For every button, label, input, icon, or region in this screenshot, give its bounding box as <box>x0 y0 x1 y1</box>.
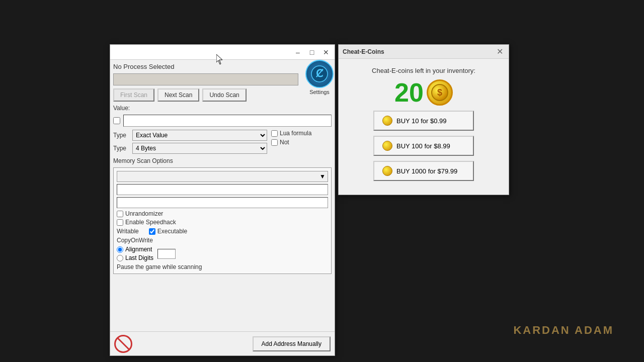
alignment-input[interactable]: 4 <box>157 249 176 259</box>
alignment-radio-group: Alignment Last Digits <box>117 246 153 261</box>
logo-circle: Ȼ <box>305 60 334 88</box>
buy-100-button[interactable]: BUY 100 for $8.99 <box>373 136 474 156</box>
right-checkbox-col: Lua formula Not <box>271 130 332 146</box>
value-input-row <box>113 115 332 127</box>
value-label: Value: <box>113 105 133 112</box>
scan-type-row: Type Exact Value <box>113 130 267 141</box>
process-input-row <box>113 73 332 85</box>
add-address-button[interactable]: Add Address Manually <box>253 336 331 351</box>
copyonwrite-row: CopyOnWrite <box>117 237 328 244</box>
value-checkbox[interactable] <box>113 117 120 124</box>
maximize-button[interactable]: □ <box>305 47 318 58</box>
mem-check-options-row: Unrandomizer Enable Speedhack <box>117 210 328 226</box>
value-type-label: Type <box>113 145 128 152</box>
pause-label: Pause the game while scanning <box>117 263 202 270</box>
mem-write-exec-row: Writable Executable <box>117 228 328 235</box>
speedhack-checkbox[interactable] <box>117 219 123 226</box>
type-options-section: Type Exact Value Type 4 Bytes Lua formul… <box>113 130 332 154</box>
copyonwrite-label: CopyOnWrite <box>117 237 153 244</box>
executable-row: Executable <box>149 228 187 235</box>
chevron-down-icon: ▼ <box>319 173 326 180</box>
address-start-input[interactable]: 0000000000000000 <box>117 184 328 195</box>
process-label: No Process Selected <box>113 63 332 70</box>
left-check-group: Unrandomizer Enable Speedhack <box>117 210 176 226</box>
memory-options-box: ▼ 0000000000000000 00007fffffffffff Unra… <box>113 167 332 274</box>
last-digits-label: Last Digits <box>125 254 153 261</box>
coins-close-button[interactable]: ✕ <box>495 47 505 56</box>
ce-main-window: – □ ✕ Ȼ Settings No Process Selected Fir… <box>110 44 335 356</box>
coins-amount-row: 20 $ <box>394 79 453 106</box>
svg-text:Ȼ: Ȼ <box>315 68 324 79</box>
settings-label: Settings <box>309 89 330 95</box>
writable-row: Writable <box>117 228 139 235</box>
minimize-button[interactable]: – <box>291 47 304 58</box>
pause-row: Pause the game while scanning <box>117 263 328 270</box>
svg-text:$: $ <box>437 87 442 98</box>
lua-formula-checkbox[interactable] <box>271 130 278 137</box>
coins-titlebar: Cheat-E-Coins ✕ <box>339 45 509 59</box>
lua-formula-label: Lua formula <box>280 130 311 137</box>
not-label: Not <box>280 139 289 146</box>
close-button[interactable]: ✕ <box>319 47 333 58</box>
first-scan-button[interactable]: First Scan <box>113 88 154 102</box>
next-scan-button[interactable]: Next Scan <box>157 88 199 102</box>
ce-titlebar: – □ ✕ <box>110 45 335 60</box>
buy-coin-icon-2 <box>382 141 392 151</box>
coin-icon: $ <box>427 79 453 106</box>
unrandomizer-label: Unrandomizer <box>125 210 163 217</box>
alignment-row: Alignment Last Digits 4 <box>117 246 328 261</box>
alignment-radio[interactable] <box>117 246 123 253</box>
last-digits-radio-row: Last Digits <box>117 254 153 261</box>
alignment-radio-label: Alignment <box>125 246 152 253</box>
buy-100-label: BUY 100 for $8.99 <box>396 142 450 150</box>
speedhack-row: Enable Speedhack <box>117 219 176 226</box>
logo-badge[interactable]: Ȼ Settings <box>304 60 335 100</box>
no-process-icon <box>114 335 132 353</box>
unrandomizer-checkbox[interactable] <box>117 211 123 217</box>
watermark: KARDAN ADAM <box>513 324 614 337</box>
alignment-radio-row: Alignment <box>117 246 153 253</box>
address-end-input[interactable]: 00007fffffffffff <box>117 197 328 208</box>
process-row: No Process Selected <box>113 63 332 70</box>
coins-title: Cheat-E-Coins <box>343 48 384 55</box>
memory-dropdown[interactable]: ▼ <box>117 171 328 182</box>
ce-body: No Process Selected First Scan Next Scan… <box>110 60 335 277</box>
scan-type-label: Type <box>113 132 128 139</box>
buy-coin-icon-3 <box>382 166 392 176</box>
coins-window: Cheat-E-Coins ✕ Cheat-E-coins left in yo… <box>338 44 509 195</box>
lua-formula-row: Lua formula <box>271 130 332 137</box>
undo-scan-button[interactable]: Undo Scan <box>202 88 246 102</box>
buy-coin-icon-1 <box>382 116 392 126</box>
coins-amount: 20 <box>394 79 424 106</box>
left-type-col: Type Exact Value Type 4 Bytes <box>113 130 267 154</box>
executable-label: Executable <box>157 228 187 235</box>
bottom-bar: Add Address Manually <box>110 331 335 355</box>
not-row: Not <box>271 139 332 146</box>
buy-10-button[interactable]: BUY 10 for $0.99 <box>373 111 474 131</box>
buy-1000-button[interactable]: BUY 1000 for $79.99 <box>373 161 474 181</box>
not-checkbox[interactable] <box>271 139 278 146</box>
scan-buttons-row: First Scan Next Scan Undo Scan <box>113 88 332 102</box>
value-type-row: Type 4 Bytes <box>113 143 267 154</box>
buy-1000-label: BUY 1000 for $79.99 <box>396 167 457 175</box>
value-type-select[interactable]: 4 Bytes <box>132 143 267 154</box>
unrandomizer-row: Unrandomizer <box>117 210 176 217</box>
scan-type-select[interactable]: Exact Value <box>132 130 267 141</box>
process-input[interactable] <box>113 73 298 85</box>
buy-10-label: BUY 10 for $0.99 <box>396 117 447 125</box>
memory-section-label: Memory Scan Options <box>113 157 173 164</box>
executable-checkbox[interactable] <box>149 228 155 235</box>
coins-inventory-text: Cheat-E-coins left in your inventory: <box>372 67 475 74</box>
value-row: Value: <box>113 105 332 112</box>
last-digits-radio[interactable] <box>117 255 123 261</box>
writable-label: Writable <box>117 228 139 235</box>
value-input[interactable] <box>123 115 332 127</box>
coins-body: Cheat-E-coins left in your inventory: 20… <box>339 59 509 189</box>
speedhack-label: Enable Speedhack <box>125 219 176 226</box>
memory-section-label-row: Memory Scan Options <box>113 157 332 164</box>
